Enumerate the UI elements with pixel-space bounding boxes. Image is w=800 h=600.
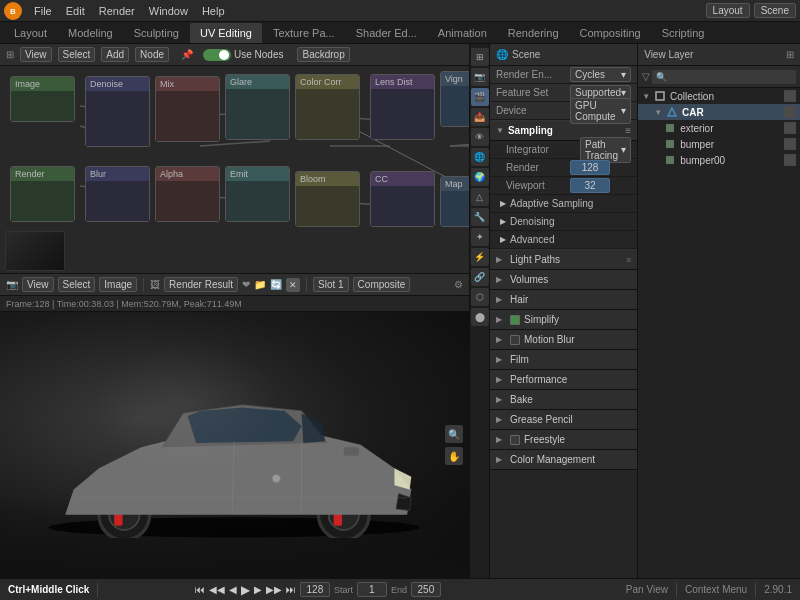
tab-texture-paint[interactable]: Texture Pa... bbox=[263, 23, 345, 43]
tab-animation[interactable]: Animation bbox=[428, 23, 497, 43]
render-settings-icon[interactable]: 🎬 bbox=[471, 88, 489, 106]
hand-tool[interactable]: ✋ bbox=[445, 447, 463, 465]
bumper-visibility[interactable] bbox=[784, 138, 796, 150]
simplify-section[interactable]: ▶ Simplify bbox=[490, 310, 637, 330]
light-paths-section[interactable]: ▶ Light Paths ≡ bbox=[490, 250, 637, 270]
step-back-btn[interactable]: ◀ bbox=[229, 584, 237, 595]
play-btn[interactable]: ▶ bbox=[241, 583, 250, 597]
tab-rendering[interactable]: Rendering bbox=[498, 23, 569, 43]
node-7[interactable]: Vign bbox=[440, 71, 469, 127]
object-props-icon[interactable]: △ bbox=[471, 188, 489, 206]
composite-dropdown[interactable]: Composite bbox=[353, 277, 411, 292]
node-12[interactable]: Alpha bbox=[155, 166, 220, 222]
menu-window[interactable]: Window bbox=[143, 3, 194, 19]
view-layer-icon[interactable]: 👁 bbox=[471, 128, 489, 146]
grease-pencil-section[interactable]: ▶ Grease Pencil bbox=[490, 410, 637, 430]
constraints-icon[interactable]: 🔗 bbox=[471, 268, 489, 286]
view-dropdown[interactable]: View bbox=[20, 47, 52, 62]
backdrop-btn[interactable]: Backdrop bbox=[297, 47, 349, 62]
node-1[interactable]: Image bbox=[10, 76, 75, 122]
sampling-menu-icon[interactable]: ≡ bbox=[625, 125, 631, 136]
node-6[interactable]: Lens Dist bbox=[370, 74, 435, 140]
workspace-active[interactable]: Scene bbox=[754, 3, 796, 18]
freestyle-checkbox[interactable] bbox=[510, 435, 520, 445]
node-dropdown[interactable]: Node bbox=[135, 47, 169, 62]
outliner-search[interactable]: 🔍 bbox=[652, 70, 796, 84]
node-16[interactable]: Map bbox=[440, 176, 469, 227]
freestyle-section[interactable]: ▶ Freestyle bbox=[490, 430, 637, 450]
next-keyframe-btn[interactable]: ▶▶ bbox=[266, 584, 282, 595]
end-frame-input[interactable]: 250 bbox=[411, 582, 441, 597]
denoising-row[interactable]: ▶ Denoising bbox=[490, 213, 637, 231]
exterior-visibility[interactable] bbox=[784, 122, 796, 134]
motion-blur-section[interactable]: ▶ Motion Blur bbox=[490, 330, 637, 350]
volumes-section[interactable]: ▶ Volumes bbox=[490, 270, 637, 290]
scene-icon[interactable]: 🌐 bbox=[471, 148, 489, 166]
node-3[interactable]: Mix bbox=[155, 76, 220, 142]
bake-section[interactable]: ▶ Bake bbox=[490, 390, 637, 410]
use-nodes-switch[interactable] bbox=[203, 49, 231, 61]
render-input[interactable]: 128 bbox=[570, 160, 610, 175]
bumper00-item[interactable]: bumper00 bbox=[638, 152, 800, 168]
iv-close-btn[interactable]: ✕ bbox=[286, 278, 300, 292]
modifier-icon[interactable]: 🔧 bbox=[471, 208, 489, 226]
tab-modeling[interactable]: Modeling bbox=[58, 23, 123, 43]
film-section[interactable]: ▶ Film bbox=[490, 350, 637, 370]
tab-scripting[interactable]: Scripting bbox=[652, 23, 715, 43]
motion-blur-checkbox[interactable] bbox=[510, 335, 520, 345]
image-canvas[interactable]: 🔍 ✋ bbox=[0, 312, 469, 578]
collection-visibility[interactable] bbox=[784, 90, 796, 102]
tab-sculpting[interactable]: Sculpting bbox=[124, 23, 189, 43]
car-visibility[interactable] bbox=[784, 106, 796, 118]
physics-icon[interactable]: ⚡ bbox=[471, 248, 489, 266]
prev-keyframe-btn[interactable]: ◀◀ bbox=[209, 584, 225, 595]
adaptive-sampling-row[interactable]: ▶ Adaptive Sampling bbox=[490, 195, 637, 213]
step-forward-btn[interactable]: ▶ bbox=[254, 584, 262, 595]
device-dropdown[interactable]: GPU Compute▾ bbox=[570, 98, 631, 124]
tab-layout[interactable]: Layout bbox=[4, 23, 57, 43]
node-2[interactable]: Denoise bbox=[85, 76, 150, 147]
viewport-input[interactable]: 32 bbox=[570, 178, 610, 193]
tab-shader[interactable]: Shader Ed... bbox=[346, 23, 427, 43]
jump-start-btn[interactable]: ⏮ bbox=[195, 584, 205, 595]
node-4[interactable]: Glare bbox=[225, 74, 290, 140]
node-15[interactable]: CC bbox=[370, 171, 435, 227]
car-item[interactable]: ▼ CAR bbox=[638, 104, 800, 120]
iv-select-btn[interactable]: Select bbox=[58, 277, 96, 292]
menu-render[interactable]: Render bbox=[93, 3, 141, 19]
color-management-section[interactable]: ▶ Color Management bbox=[490, 450, 637, 470]
node-11[interactable]: Blur bbox=[85, 166, 150, 222]
render-props-icon[interactable]: 📷 bbox=[471, 68, 489, 86]
world-icon[interactable]: 🌍 bbox=[471, 168, 489, 186]
current-frame-input[interactable]: 128 bbox=[300, 582, 330, 597]
bumper00-visibility[interactable] bbox=[784, 154, 796, 166]
render-engine-dropdown[interactable]: Cycles▾ bbox=[570, 67, 631, 82]
material-icon[interactable]: ⬤ bbox=[471, 308, 489, 326]
output-props-icon[interactable]: 📤 bbox=[471, 108, 489, 126]
simplify-checkbox[interactable] bbox=[510, 315, 520, 325]
tab-uv-editing[interactable]: UV Editing bbox=[190, 23, 262, 43]
tab-compositing[interactable]: Compositing bbox=[570, 23, 651, 43]
object-data-icon[interactable]: ⬡ bbox=[471, 288, 489, 306]
iv-view-btn[interactable]: View bbox=[22, 277, 54, 292]
menu-edit[interactable]: Edit bbox=[60, 3, 91, 19]
select-dropdown[interactable]: Select bbox=[58, 47, 96, 62]
particles-icon[interactable]: ✦ bbox=[471, 228, 489, 246]
iv-image-btn[interactable]: Image bbox=[99, 277, 137, 292]
render-result-dropdown[interactable]: Render Result bbox=[164, 277, 238, 292]
jump-end-btn[interactable]: ⏭ bbox=[286, 584, 296, 595]
menu-help[interactable]: Help bbox=[196, 3, 231, 19]
node-14[interactable]: Bloom bbox=[295, 171, 360, 227]
node-13[interactable]: Emit bbox=[225, 166, 290, 222]
use-nodes-toggle[interactable]: Use Nodes bbox=[203, 49, 283, 61]
zoom-tool[interactable]: 🔍 bbox=[445, 425, 463, 443]
node-10[interactable]: Render bbox=[10, 166, 75, 222]
scene-props-icon[interactable]: ⊞ bbox=[471, 48, 489, 66]
node-5[interactable]: Color Corr bbox=[295, 74, 360, 140]
add-dropdown[interactable]: Add bbox=[101, 47, 129, 62]
slot-dropdown[interactable]: Slot 1 bbox=[313, 277, 349, 292]
menu-file[interactable]: File bbox=[28, 3, 58, 19]
integrator-dropdown[interactable]: Path Tracing▾ bbox=[580, 137, 631, 163]
exterior-item[interactable]: exterior bbox=[638, 120, 800, 136]
layout-selector[interactable]: Layout bbox=[706, 3, 750, 18]
